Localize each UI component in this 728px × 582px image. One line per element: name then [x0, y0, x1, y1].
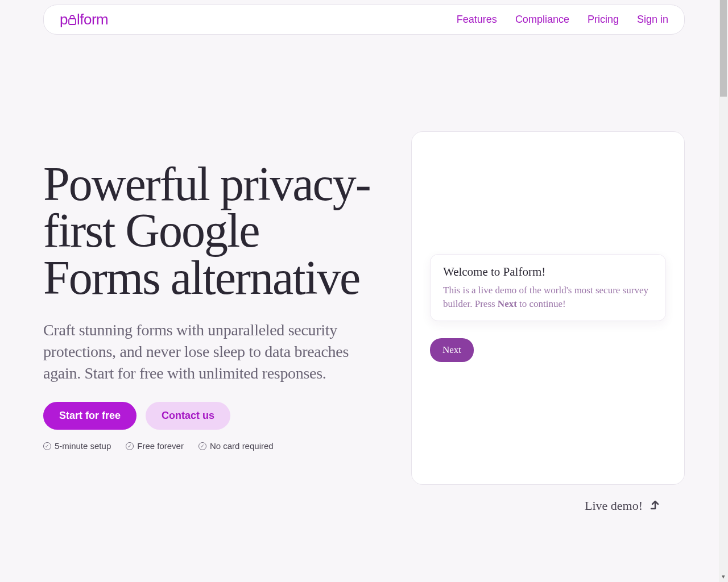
scroll-down-icon[interactable]: ▾	[719, 573, 728, 582]
badge-nocard: ✓ No card required	[198, 441, 274, 451]
check-circle-icon: ✓	[126, 442, 134, 450]
nav-links: Features Compliance Pricing Sign in	[457, 14, 668, 26]
nav-pricing[interactable]: Pricing	[588, 14, 619, 26]
hero-subtitle: Craft stunning forms with unparalleled s…	[43, 319, 377, 384]
lock-icon	[68, 11, 76, 29]
live-demo-text: Live demo!	[585, 498, 643, 513]
navbar: p lform Features Compliance Pricing Sign…	[43, 5, 685, 35]
cta-row: Start for free Contact us	[43, 402, 377, 430]
demo-text-bold: Next	[498, 298, 517, 309]
check-circle-icon: ✓	[43, 442, 51, 450]
contact-us-button[interactable]: Contact us	[146, 402, 230, 430]
hero-left: Powerful privacy-first Google Forms alte…	[43, 131, 377, 451]
nav-compliance[interactable]: Compliance	[515, 14, 569, 26]
demo-card-title: Welcome to Palform!	[443, 265, 653, 279]
badge-setup-label: 5-minute setup	[55, 441, 111, 451]
logo-suffix: lform	[77, 11, 108, 28]
logo[interactable]: p lform	[60, 11, 108, 28]
start-free-button[interactable]: Start for free	[43, 402, 136, 430]
check-circle-icon: ✓	[198, 442, 206, 450]
demo-card: Welcome to Palform! This is a live demo …	[411, 131, 685, 485]
nav-features[interactable]: Features	[457, 14, 497, 26]
badge-free: ✓ Free forever	[126, 441, 184, 451]
scrollbar[interactable]: ▴ ▾	[719, 0, 728, 582]
next-button[interactable]: Next	[430, 338, 474, 362]
logo-prefix: p	[60, 11, 68, 28]
demo-text-after: to continue!	[517, 298, 566, 309]
scrollbar-thumb[interactable]	[720, 0, 727, 97]
hero-section: Powerful privacy-first Google Forms alte…	[43, 131, 685, 513]
arrow-up-icon	[650, 498, 660, 513]
badge-free-label: Free forever	[137, 441, 184, 451]
demo-card-text: This is a live demo of the world's most …	[443, 284, 653, 311]
hero-title: Powerful privacy-first Google Forms alte…	[43, 161, 377, 301]
badge-nocard-label: No card required	[210, 441, 274, 451]
badge-setup: ✓ 5-minute setup	[43, 441, 111, 451]
nav-signin[interactable]: Sign in	[637, 14, 668, 26]
svg-rect-0	[69, 19, 76, 24]
hero-right: Welcome to Palform! This is a live demo …	[411, 131, 685, 513]
badges-row: ✓ 5-minute setup ✓ Free forever ✓ No car…	[43, 441, 377, 451]
demo-welcome-box: Welcome to Palform! This is a live demo …	[430, 254, 666, 322]
live-demo-label: Live demo!	[585, 498, 660, 513]
